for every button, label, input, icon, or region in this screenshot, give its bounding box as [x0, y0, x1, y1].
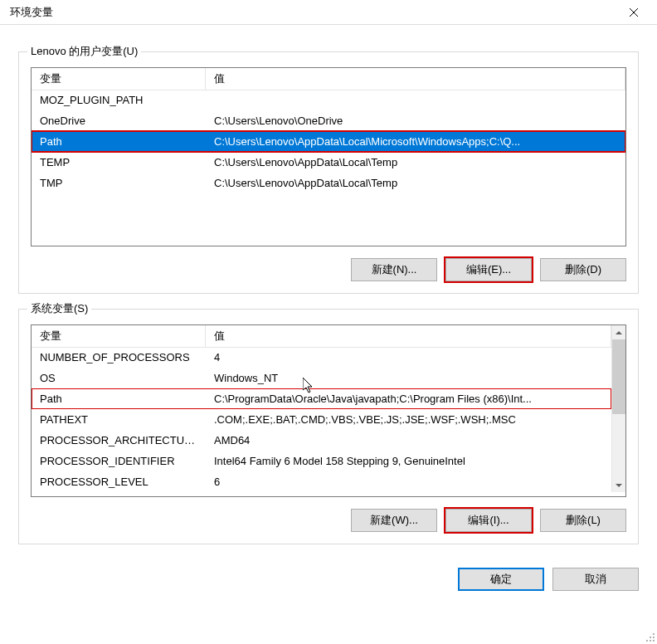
svg-point-4 — [650, 640, 651, 642]
scroll-thumb[interactable] — [612, 339, 625, 414]
window-title: 环境变量 — [7, 5, 617, 20]
svg-point-2 — [653, 637, 655, 638]
system-new-button[interactable]: 新建(W)... — [351, 509, 437, 532]
table-row[interactable]: NUMBER_OF_PROCESSORS 4 — [32, 347, 611, 368]
col-val[interactable]: 值 — [206, 68, 625, 90]
user-vars-list[interactable]: 变量 值 MOZ_PLUGIN_PATH OneDrive C:\Users\L… — [31, 67, 626, 246]
cancel-button[interactable]: 取消 — [552, 568, 639, 591]
table-row[interactable]: MOZ_PLUGIN_PATH — [32, 90, 625, 110]
col-var[interactable]: 变量 — [32, 325, 206, 348]
table-row[interactable]: TMP C:\Users\Lenovo\AppData\Local\Temp — [32, 173, 625, 193]
system-delete-button[interactable]: 删除(L) — [540, 509, 626, 532]
dialog-footer: 确定 取消 — [0, 556, 657, 603]
col-val[interactable]: 值 — [206, 325, 611, 348]
system-scrollbar[interactable] — [611, 325, 625, 492]
close-button[interactable] — [617, 1, 650, 24]
table-row[interactable]: PROCESSOR_IDENTIFIER Intel64 Family 6 Mo… — [32, 451, 611, 471]
svg-point-3 — [646, 640, 648, 642]
user-vars-group: Lenovo 的用户变量(U) 变量 值 MOZ_PLUGIN_PATH One… — [18, 51, 639, 294]
ok-button[interactable]: 确定 — [458, 568, 544, 591]
system-vars-label: 系统变量(S) — [27, 301, 91, 316]
table-row-selected[interactable]: Path C:\Users\Lenovo\AppData\Local\Micro… — [32, 131, 625, 152]
chevron-down-icon — [616, 484, 622, 487]
system-vars-group: 系统变量(S) 变量 值 NUMBER_OF_PROCESSORS 4 OS W… — [18, 309, 639, 544]
user-delete-button[interactable]: 删除(D) — [540, 258, 626, 281]
resize-grip-icon[interactable] — [645, 632, 655, 642]
svg-point-0 — [653, 633, 655, 635]
user-edit-button[interactable]: 编辑(E)... — [445, 258, 532, 281]
chevron-up-icon — [616, 331, 622, 334]
user-vars-label: Lenovo 的用户变量(U) — [27, 44, 141, 59]
system-edit-button[interactable]: 编辑(I)... — [445, 509, 532, 532]
table-row[interactable]: OS Windows_NT — [32, 368, 611, 388]
table-row[interactable]: TEMP C:\Users\Lenovo\AppData\Local\Temp — [32, 152, 625, 173]
table-row[interactable]: PROCESSOR_ARCHITECTURE AMD64 — [32, 430, 611, 451]
table-row[interactable]: PATHEXT .COM;.EXE;.BAT;.CMD;.VBS;.VBE;.J… — [32, 409, 611, 430]
user-new-button[interactable]: 新建(N)... — [351, 258, 437, 281]
scroll-up-button[interactable] — [612, 325, 625, 339]
scroll-down-button[interactable] — [612, 478, 625, 492]
system-vars-list[interactable]: 变量 值 NUMBER_OF_PROCESSORS 4 OS Windows_N… — [31, 324, 626, 497]
svg-point-1 — [650, 637, 651, 638]
table-row-highlighted[interactable]: Path C:\ProgramData\Oracle\Java\javapath… — [32, 388, 611, 409]
table-row[interactable]: OneDrive C:\Users\Lenovo\OneDrive — [32, 110, 625, 131]
close-icon — [630, 8, 638, 17]
scroll-track[interactable] — [612, 339, 625, 478]
titlebar: 环境变量 — [0, 0, 657, 25]
svg-point-5 — [653, 640, 655, 642]
col-var[interactable]: 变量 — [32, 68, 206, 90]
table-row[interactable]: PROCESSOR_LEVEL 6 — [32, 471, 611, 492]
user-list-header: 变量 值 — [32, 68, 625, 90]
system-list-header: 变量 值 — [32, 325, 611, 347]
